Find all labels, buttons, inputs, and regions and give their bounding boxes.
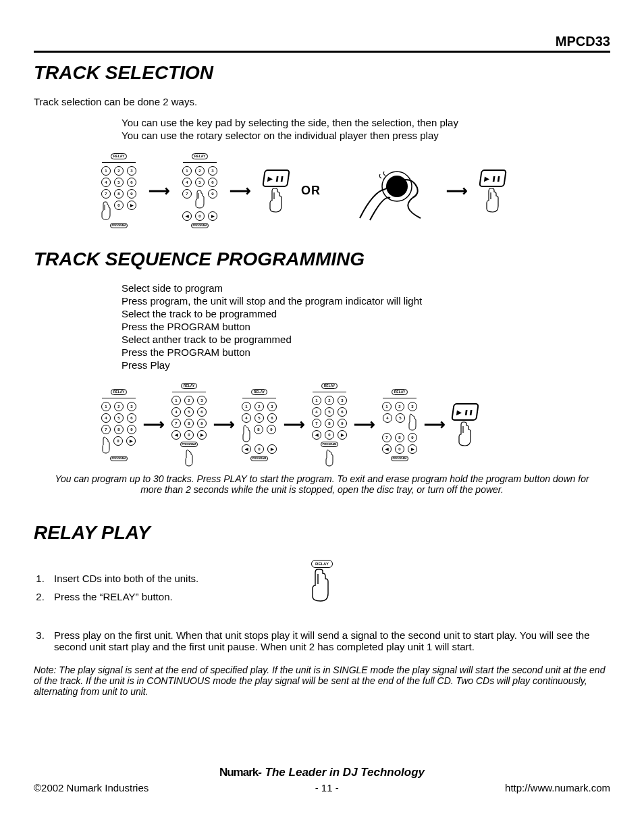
arrow-icon: ⟶ [424,416,446,434]
document-page: MPCD33 TRACK SELECTION Track selection c… [0,0,644,834]
arrow-icon: ⟶ [143,416,165,434]
seq-step: Press Play [122,359,610,371]
keypad-illustration: RELAY 123 456 7 9 ◀0▶ PROGRAM [182,153,217,228]
relay-step: Press play on the first unit. When that … [47,629,610,652]
seq-step: Press the PROGRAM button [122,346,610,358]
seq-step: Press the PROGRAM button [122,321,610,332]
relay-play-steps-cont: Press play on the first unit. When that … [34,629,610,652]
key-3: 3 [127,166,136,176]
keypad-illustration: RELAY 123 456 789 ◀0▶ PROGRAM [312,383,347,467]
key-7: 7 [101,189,111,199]
relay-play-steps: Insert CDs into both of the units. Press… [34,566,298,609]
svg-point-0 [386,176,408,197]
hand-pointer-icon [458,421,472,446]
arrow-icon: ⟶ [446,182,468,200]
seq-step: Select side to program [122,282,610,294]
rotary-knob-illustration [333,161,434,221]
page-footer: Numark- The Leader in DJ Technology ©200… [34,766,610,793]
hand-pointer-icon [311,568,330,602]
hand-pointer-icon [185,449,193,467]
arrow-icon: ⟶ [149,182,170,200]
sequence-note: You can program up to 30 tracks. Press P… [47,473,597,495]
sequence-steps: Select side to program Press program, th… [122,282,610,371]
keypad-illustration: RELAY 123 456 89 ◀0▶ PROGRAM [242,389,277,461]
play-button-illustration: ▶❚❚ [263,170,289,213]
key-6: 6 [127,178,136,187]
relay-label: RELAY [311,560,333,568]
arrow-icon: ⟶ [284,416,305,434]
method-rotary: You can use the rotary selector on the i… [122,130,610,141]
hand-pointer-icon [102,436,110,454]
relay-button-illustration: RELAY [311,556,333,602]
method-keypad: You can use the key pad by selecting the… [122,117,610,128]
seq-step: Select the track to be programmed [122,308,610,319]
hand-pointer-icon [269,187,283,213]
footer-url: http://www.numark.com [505,782,610,793]
play-pause-icon: ▶❚❚ [451,403,479,421]
relay-label: RELAY [111,153,128,159]
page-number: - 11 - [315,782,339,793]
keypad-illustration: RELAY 123 456 789 ◀0▶ PROGRAM [171,383,207,467]
hand-pointer-icon [242,425,250,442]
relay-step: Press the “RELAY” button. [47,591,298,602]
page-header-model: MPCD33 [34,34,610,53]
hand-pointer-icon [408,413,417,431]
tagline-text: - The Leader in DJ Technology [258,766,425,779]
arrow-icon: ⟶ [230,182,251,200]
key-0: 0 [114,201,124,210]
seq-step: Select anther track to be programmed [122,334,610,345]
key-5: 5 [114,178,124,187]
relay-step: Insert CDs into both of the units. [47,573,298,584]
relay-play-note: Note: The play signal is sent at the end… [34,664,610,697]
keypad-illustration: RELAY 123 456 789 0▶ PROGRAM [101,153,136,228]
arrow-icon: ⟶ [213,416,235,434]
program-label: PROGRAM [110,223,128,228]
hand-pointer-icon [486,187,500,213]
play-button-illustration: ▶❚❚ [480,170,506,213]
key-2: 2 [114,166,124,176]
track-selection-intro: Track selection can be done 2 ways. [34,96,610,107]
key-1: 1 [101,166,111,176]
key-9: 9 [127,189,136,199]
or-separator: OR [301,184,321,198]
relay-play-content: Insert CDs into both of the units. Press… [34,556,610,619]
hand-pointer-icon [101,201,111,221]
play-button-illustration: ▶❚❚ [452,403,478,446]
sequence-diagram: RELAY 123 456 789 0▶ PROGRAM ⟶ RELAY 123… [101,383,610,467]
relay-label: RELAY [192,153,209,159]
brand-logo: Numark [219,766,258,779]
arrow-icon: ⟶ [354,416,375,434]
key-next: ▶ [127,201,136,210]
hand-pointer-icon [195,189,205,209]
copyright: ©2002 Numark Industries [34,782,149,793]
keypad-illustration: RELAY 123 45 789 ◀0▶ PROGRAM [382,389,417,461]
section-title-relay-play: RELAY PLAY [34,522,610,544]
key-8: 8 [114,189,124,199]
section-title-track-selection: TRACK SELECTION [34,62,610,84]
track-selection-methods: You can use the key pad by selecting the… [122,117,610,141]
play-pause-icon: ▶❚❚ [262,170,290,187]
track-selection-diagram: RELAY 123 456 789 0▶ PROGRAM ⟶ RELAY 123… [101,153,610,228]
section-title-track-sequence: TRACK SEQUENCE PROGRAMMING [34,249,610,270]
seq-step: Press program, the unit will stop and th… [122,295,610,307]
play-pause-icon: ▶❚❚ [479,170,507,187]
footer-tagline: Numark- The Leader in DJ Technology [34,766,610,779]
hand-pointer-icon [325,449,333,467]
keypad-illustration: RELAY 123 456 789 0▶ PROGRAM [101,389,136,461]
key-4: 4 [101,178,111,187]
